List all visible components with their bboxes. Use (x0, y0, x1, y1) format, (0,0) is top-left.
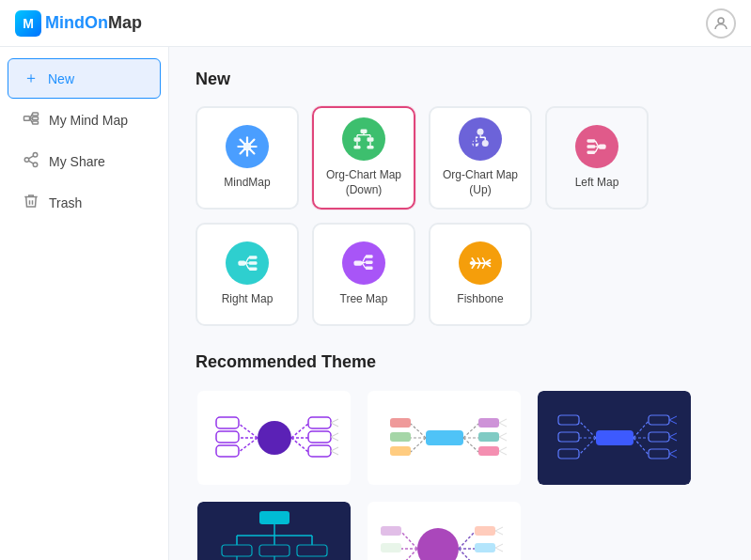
share-icon (23, 151, 39, 172)
svg-point-71 (470, 261, 474, 265)
svg-point-9 (24, 158, 29, 163)
recommended-section-title: Recommended Theme (196, 352, 725, 372)
map-card-treemap[interactable]: Tree Map (312, 223, 415, 326)
mindmap-card-label: MindMap (224, 176, 270, 191)
map-grid: MindMap (196, 106, 725, 326)
theme-card-2[interactable] (366, 389, 523, 487)
new-section-title: New (196, 70, 725, 89)
svg-rect-50 (249, 261, 258, 265)
svg-rect-157 (381, 526, 401, 536)
svg-rect-51 (249, 268, 258, 272)
svg-rect-99 (390, 446, 411, 456)
svg-rect-48 (238, 261, 245, 266)
svg-rect-133 (259, 511, 289, 524)
svg-rect-43 (587, 145, 596, 148)
svg-rect-165 (475, 543, 495, 552)
map-card-leftmap[interactable]: Left Map (545, 106, 649, 210)
theme-card-4[interactable] (196, 500, 352, 560)
svg-rect-55 (354, 261, 363, 266)
svg-line-52 (245, 257, 249, 263)
svg-rect-49 (249, 256, 258, 259)
map-card-orgup[interactable]: Ψ Org-Chart Map (Up) (429, 106, 532, 210)
leftmap-card-icon (575, 125, 618, 168)
svg-rect-44 (587, 151, 596, 155)
treemap-card-icon (342, 241, 385, 285)
fishbone-card-label: Fishbone (457, 292, 503, 307)
sidebar: ＋ New My Mind Map (0, 47, 169, 560)
svg-rect-105 (478, 446, 499, 456)
svg-line-12 (28, 156, 33, 159)
svg-rect-159 (381, 543, 401, 552)
sidebar-item-trash[interactable]: Trash (8, 183, 161, 223)
svg-point-8 (33, 153, 38, 158)
trash-icon (23, 193, 39, 213)
svg-rect-3 (33, 117, 39, 120)
svg-line-11 (28, 161, 33, 163)
sidebar-new-label: New (48, 71, 74, 86)
svg-rect-93 (426, 430, 463, 445)
svg-rect-1 (24, 117, 30, 121)
svg-rect-101 (478, 418, 499, 428)
logo: M MindOnMap (15, 10, 142, 37)
map-card-mindmap[interactable]: MindMap (196, 106, 299, 210)
svg-line-19 (250, 149, 254, 153)
sidebar-item-myshare[interactable]: My Share (8, 142, 161, 181)
svg-line-61 (362, 263, 366, 268)
leftmap-card-label: Left Map (575, 176, 619, 191)
svg-rect-95 (390, 418, 411, 428)
svg-rect-41 (599, 145, 606, 149)
svg-rect-57 (366, 261, 373, 265)
treemap-card-label: Tree Map (340, 292, 388, 307)
fishbone-card-icon (459, 241, 502, 285)
svg-line-47 (595, 147, 599, 152)
theme-card-1[interactable] (196, 389, 352, 487)
rightmap-card-label: Right Map (222, 292, 274, 307)
theme-grid (196, 389, 725, 560)
main-layout: ＋ New My Mind Map (0, 47, 751, 560)
svg-line-21 (241, 149, 244, 153)
svg-rect-23 (354, 138, 361, 142)
main-content: New MindMap (169, 47, 751, 560)
map-card-orgdown[interactable]: Org-Chart Map (Down) (312, 106, 415, 210)
svg-rect-103 (478, 432, 499, 442)
logo-icon: M (15, 10, 41, 37)
svg-rect-24 (368, 138, 374, 142)
map-card-fishbone[interactable]: Fishbone (429, 223, 532, 326)
svg-rect-42 (587, 139, 596, 143)
theme-card-3[interactable] (536, 389, 693, 487)
sidebar-item-new[interactable]: ＋ New (8, 58, 161, 99)
orgup-card-icon: Ψ (459, 117, 502, 161)
svg-rect-25 (354, 146, 361, 149)
mindmap-card-icon (226, 125, 269, 168)
orgdown-card-icon (342, 117, 385, 161)
logo-text: MindOnMap (45, 13, 142, 33)
svg-rect-113 (596, 430, 634, 445)
svg-point-0 (718, 18, 724, 23)
svg-line-18 (241, 140, 244, 144)
svg-rect-26 (368, 146, 374, 149)
svg-point-10 (33, 163, 38, 167)
orgup-card-label: Org-Chart Map (Up) (430, 168, 530, 197)
svg-point-39 (482, 140, 489, 147)
svg-rect-4 (33, 121, 39, 124)
plus-icon: ＋ (23, 69, 39, 88)
svg-point-73 (258, 421, 291, 455)
svg-rect-58 (366, 267, 373, 271)
svg-line-20 (250, 140, 254, 144)
sidebar-myshare-label: My Share (49, 154, 105, 169)
svg-line-54 (245, 263, 249, 269)
theme-card-5[interactable] (366, 500, 523, 560)
sidebar-mymindmap-label: My Mind Map (49, 113, 128, 128)
svg-rect-97 (390, 432, 411, 442)
map-card-rightmap[interactable]: Right Map (196, 223, 299, 326)
orgdown-card-label: Org-Chart Map (Down) (326, 168, 401, 197)
svg-rect-22 (361, 130, 368, 133)
svg-text:Ψ: Ψ (469, 133, 481, 149)
svg-rect-2 (33, 113, 39, 116)
sidebar-item-mymindmap[interactable]: My Mind Map (8, 101, 161, 140)
svg-rect-163 (475, 526, 495, 536)
user-avatar-icon[interactable] (706, 8, 736, 39)
rightmap-card-icon (226, 241, 269, 285)
header: M MindOnMap (0, 0, 751, 47)
svg-rect-56 (366, 255, 373, 258)
